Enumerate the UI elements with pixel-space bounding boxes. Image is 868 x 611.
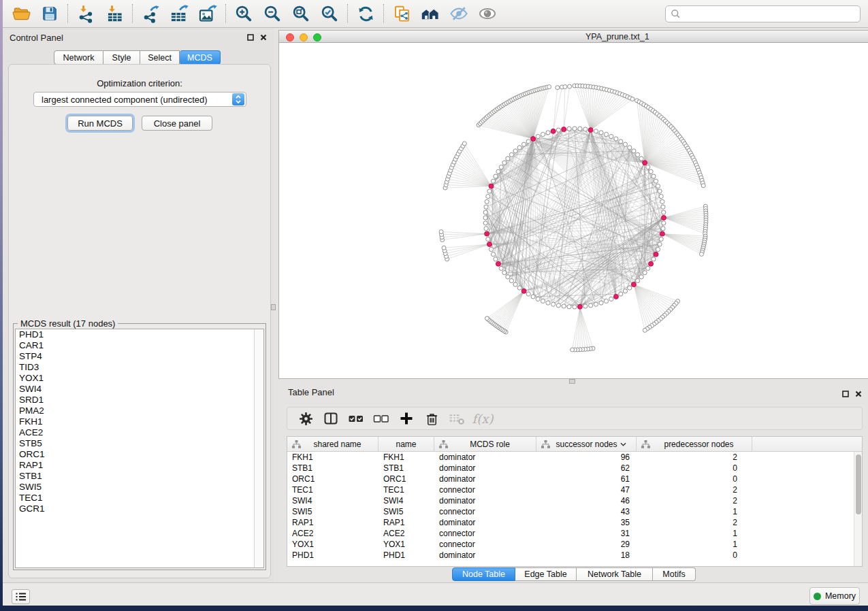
vertical-splitter-handle[interactable]: [271, 304, 276, 310]
mcds-result-item[interactable]: PMA2: [16, 406, 263, 416]
table-row[interactable]: TEC1TEC1connector472: [287, 484, 862, 495]
close-panel-button[interactable]: Close panel: [142, 116, 212, 131]
tab-network[interactable]: Network: [54, 50, 103, 65]
delete-column-button[interactable]: [420, 409, 443, 428]
table-scrollbar[interactable]: [854, 452, 862, 566]
cell-name: RAP1: [379, 517, 434, 528]
table-row[interactable]: FKH1FKH1dominator962: [287, 452, 862, 463]
mcds-result-item[interactable]: TID3: [16, 362, 263, 373]
first-neighbors-button[interactable]: [419, 3, 441, 24]
copy-view-button[interactable]: [391, 3, 413, 24]
import-network-button[interactable]: [75, 3, 97, 24]
memory-button[interactable]: Memory: [809, 587, 860, 605]
column-header-successor-nodes[interactable]: successor nodes: [536, 437, 637, 451]
mcds-result-item[interactable]: ORC1: [16, 449, 263, 460]
table-row[interactable]: PHD1PHD1dominator180: [287, 550, 862, 561]
run-mcds-button[interactable]: Run MCDS: [67, 116, 133, 131]
mcds-result-item[interactable]: SRD1: [16, 395, 263, 406]
tab-node-table[interactable]: Node Table: [452, 567, 515, 581]
column-header-predecessor-nodes[interactable]: predecessor nodes: [637, 437, 752, 451]
table-settings-button[interactable]: [294, 409, 317, 428]
mcds-result-item[interactable]: PHD1: [16, 329, 263, 340]
float-panel-icon[interactable]: [247, 34, 254, 41]
cell-successor-nodes: 35: [536, 517, 637, 528]
mcds-result-item[interactable]: ACE2: [16, 427, 263, 438]
mcds-result-item[interactable]: STP4: [16, 351, 263, 362]
table-row[interactable]: RAP1RAP1dominator352: [287, 517, 862, 528]
refresh-button[interactable]: [355, 3, 376, 24]
tab-mcds[interactable]: MCDS: [180, 50, 221, 65]
table-row[interactable]: SWI4SWI4dominator462: [287, 495, 862, 506]
app-window: Control Panel NetworkStyleSelectMCDS Opt…: [3, 0, 868, 606]
table-panel-title: Table Panel: [288, 387, 334, 397]
task-history-button[interactable]: [12, 589, 30, 604]
table-row[interactable]: YOX1YOX1connector291: [287, 539, 862, 550]
float-panel-icon[interactable]: [842, 391, 849, 397]
zoom-fit-button[interactable]: [290, 3, 312, 24]
zoom-in-button[interactable]: [233, 3, 255, 24]
show-column-button[interactable]: [319, 409, 342, 428]
delete-table-icon: [449, 411, 465, 426]
function-builder-button[interactable]: f(x): [470, 409, 494, 428]
close-window-icon[interactable]: [286, 33, 294, 42]
cell-predecessor-nodes: 1: [637, 539, 752, 550]
mcds-result-item[interactable]: SWI5: [16, 482, 263, 493]
show-all-button[interactable]: [477, 3, 498, 24]
tab-network-table[interactable]: Network Table: [577, 567, 653, 581]
network-window-titlebar[interactable]: YPA_prune.txt_1: [278, 30, 868, 43]
cell-predecessor-nodes: 2: [637, 517, 752, 528]
table-row[interactable]: SWI5SWI5connector431: [287, 506, 862, 517]
cell-successor-nodes: 61: [536, 474, 637, 484]
mcds-result-item[interactable]: RAP1: [16, 460, 263, 471]
close-panel-icon[interactable]: [855, 391, 862, 397]
criterion-dropdown[interactable]: largest connected component (undirected): [33, 92, 246, 107]
mcds-result-item[interactable]: GCR1: [16, 503, 263, 514]
mcds-result-item[interactable]: YOX1: [16, 373, 263, 384]
cell-shared-name: RAP1: [287, 517, 379, 528]
export-table-button[interactable]: [168, 3, 190, 24]
select-all-button[interactable]: [344, 409, 368, 428]
search-input[interactable]: [665, 5, 861, 22]
table-row[interactable]: ACE2ACE2connector311: [287, 528, 862, 539]
zoom-selected-button[interactable]: [319, 3, 340, 24]
column-header-shared-name[interactable]: shared name: [287, 437, 379, 451]
trash-icon: [425, 412, 439, 426]
hide-eye-icon: [449, 4, 468, 23]
cell-mcds-role: connector: [434, 484, 536, 495]
open-file-button[interactable]: [10, 3, 32, 24]
table-header-row: shared namenameMCDS rolesuccessor nodesp…: [287, 437, 862, 452]
save-session-button[interactable]: [39, 3, 61, 24]
network-canvas[interactable]: [278, 43, 868, 379]
table-scrollbar-thumb[interactable]: [856, 455, 861, 514]
column-header-name[interactable]: name: [379, 437, 434, 451]
cell-mcds-role: connector: [434, 539, 536, 550]
mcds-result-item[interactable]: STB5: [16, 438, 263, 449]
mcds-result-item[interactable]: FKH1: [16, 416, 263, 427]
unselect-all-button[interactable]: [370, 409, 393, 428]
export-image-button[interactable]: [197, 3, 219, 24]
column-header-mcds-role[interactable]: MCDS role: [434, 437, 536, 451]
horizontal-splitter-handle[interactable]: [569, 379, 575, 384]
mcds-result-item[interactable]: CAR1: [16, 340, 263, 351]
tab-style[interactable]: Style: [103, 50, 140, 65]
cell-name: FKH1: [379, 452, 434, 463]
tab-edge-table[interactable]: Edge Table: [515, 567, 577, 581]
zoom-out-button[interactable]: [261, 3, 283, 24]
table-row[interactable]: STB1STB1dominator620: [287, 463, 862, 474]
tab-motifs[interactable]: Motifs: [653, 567, 696, 581]
export-network-button[interactable]: [140, 3, 161, 24]
mcds-result-item[interactable]: SWI4: [16, 384, 263, 395]
maximize-window-icon[interactable]: [313, 33, 321, 42]
cell-successor-nodes: 31: [536, 528, 637, 539]
minimize-window-icon[interactable]: [300, 33, 308, 42]
close-panel-icon[interactable]: [260, 34, 267, 41]
create-column-button[interactable]: [395, 409, 418, 428]
import-table-button[interactable]: [103, 3, 125, 24]
hide-selected-button[interactable]: [448, 3, 470, 24]
mcds-list-scrollbar[interactable]: [254, 329, 263, 567]
delete-table-button[interactable]: [445, 409, 468, 428]
table-row[interactable]: ORC1ORC1dominator610: [287, 474, 862, 484]
mcds-result-item[interactable]: TEC1: [16, 493, 263, 503]
mcds-result-item[interactable]: STB1: [16, 471, 263, 482]
tab-select[interactable]: Select: [140, 50, 180, 65]
